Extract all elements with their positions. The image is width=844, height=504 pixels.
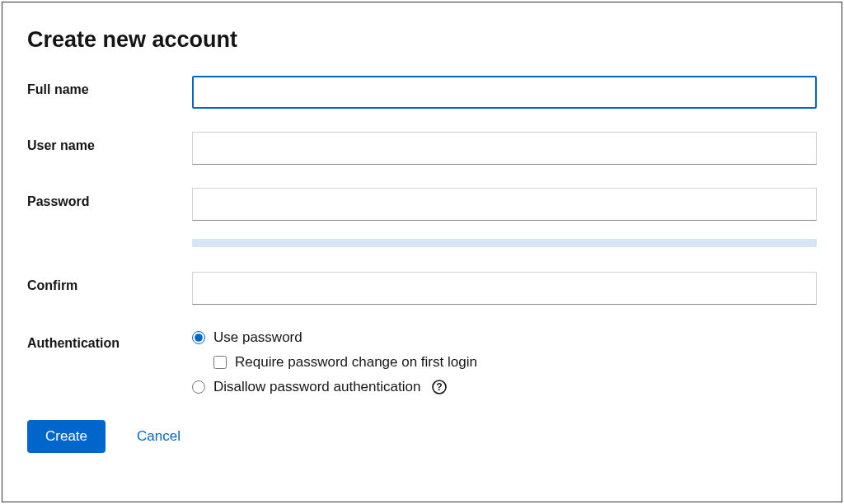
user-name-label: User name (27, 132, 192, 153)
require-change-label: Require password change on first login (235, 354, 477, 371)
require-change-checkbox[interactable] (213, 356, 227, 369)
password-input[interactable] (192, 188, 817, 221)
password-field-wrapper (192, 188, 817, 247)
confirm-label: Confirm (27, 272, 192, 293)
user-name-input[interactable] (192, 132, 817, 165)
password-row: Password (27, 188, 817, 247)
authentication-label: Authentication (27, 329, 192, 351)
disallow-label: Disallow password authentication (213, 379, 420, 395)
user-name-field-wrapper (192, 132, 817, 165)
disallow-radio[interactable] (192, 380, 205, 394)
authentication-options: Use password Require password change on … (192, 329, 817, 395)
confirm-input[interactable] (192, 272, 817, 305)
cancel-button[interactable]: Cancel (137, 428, 181, 445)
create-button[interactable]: Create (27, 420, 106, 453)
create-account-dialog: Create new account Full name User name P… (2, 2, 842, 502)
confirm-field-wrapper (192, 272, 817, 305)
button-row: Create Cancel (27, 420, 817, 453)
user-name-row: User name (27, 132, 817, 165)
use-password-option: Use password (192, 329, 817, 346)
authentication-row: Authentication Use password Require pass… (27, 329, 817, 395)
page-title: Create new account (27, 27, 817, 53)
full-name-label: Full name (27, 76, 192, 97)
full-name-field-wrapper (192, 76, 817, 109)
password-strength-bar (192, 239, 817, 247)
require-change-option: Require password change on first login (213, 354, 817, 371)
svg-text:?: ? (437, 381, 443, 393)
use-password-radio[interactable] (192, 331, 205, 344)
confirm-row: Confirm (27, 272, 817, 305)
help-icon[interactable]: ? (432, 380, 447, 394)
full-name-row: Full name (27, 76, 817, 109)
use-password-label: Use password (213, 329, 302, 346)
password-label: Password (27, 188, 192, 209)
full-name-input[interactable] (192, 76, 817, 109)
disallow-option: Disallow password authentication ? (192, 379, 817, 395)
